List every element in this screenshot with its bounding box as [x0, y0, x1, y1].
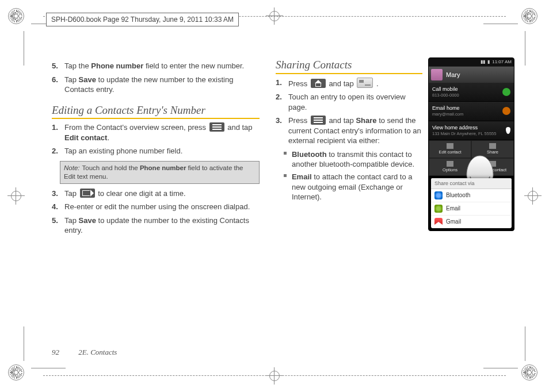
page-number: 92: [52, 348, 59, 356]
step-item: 5.Tap Save to update the number to the e…: [62, 216, 260, 236]
step-item: 2.Tap an existing phone number field.: [62, 146, 260, 156]
sharing-steps: 1.Press and tap . 2.Touch an entry to op…: [276, 78, 422, 146]
contact-name: Mary: [446, 71, 460, 79]
map-pin-icon: [506, 127, 510, 134]
continued-steps: 5.Tap the Phone number field to enter th…: [52, 61, 260, 95]
contacts-app-icon: [357, 78, 373, 88]
sub-item: Bluetooth to transmit this contact to an…: [286, 149, 422, 170]
section-label: 2E. Contacts: [78, 348, 117, 356]
editing-steps-after: 3.Tap to clear one digit at a time. 4.Re…: [52, 189, 260, 236]
popup-item: Email: [431, 202, 512, 216]
crop-mark-tr: [521, 8, 541, 28]
page-footer: 92 2E. Contacts: [52, 347, 117, 358]
step-item: 2.Touch an entry to open its overview pa…: [286, 92, 422, 112]
bluetooth-icon: [434, 191, 443, 199]
phone-row: View home address133 Main Dr Anywhere, F…: [429, 121, 514, 140]
register-top: [266, 7, 283, 25]
phone-row: Call mobile813-000-0000: [429, 83, 514, 102]
home-key-icon: [311, 79, 326, 88]
battery-icon: ▮: [487, 59, 490, 66]
phone-screenshot: ▮▮ ▮ 11:07 AM Mary Call mobile813-000-00…: [428, 57, 514, 231]
menu-key-icon: [209, 122, 224, 132]
heading-sharing-contacts: Sharing Contacts: [276, 57, 422, 74]
crop-mark-bl: [8, 364, 28, 384]
register-bottom: [266, 367, 283, 385]
note-box: Note:Touch and hold the Phone number fie…: [60, 161, 260, 184]
call-icon: [502, 88, 510, 96]
step-item: 5.Tap the Phone number field to enter th…: [62, 61, 260, 71]
crop-mark-tl: [8, 8, 28, 28]
sharing-sub-list: Bluetooth to transmit this contact to an…: [276, 149, 422, 202]
phone-time: 11:07 AM: [492, 59, 512, 66]
sub-item: Email to attach the contact card to a ne…: [286, 172, 422, 202]
menu-edit: Edit contact: [429, 140, 471, 158]
heading-editing-number: Editing a Contacts Entry's Number: [52, 103, 260, 120]
step-item: 6.Tap Save to update the new number to t…: [62, 75, 260, 95]
edit-icon: [447, 143, 453, 149]
step-item: 3.Tap to clear one digit at a time.: [62, 189, 260, 199]
avatar-icon: [431, 69, 443, 80]
backspace-icon: [80, 189, 95, 198]
step-item: 3.Press and tap Share to send the curren…: [286, 116, 422, 146]
popup-title: Share contact via: [431, 178, 512, 189]
running-header: SPH-D600.book Page 92 Thursday, June 9, …: [46, 13, 239, 26]
email-app-icon: [434, 205, 443, 213]
step-item: 4.Re-enter or edit the number using the …: [62, 202, 260, 212]
email-icon: [502, 107, 510, 115]
menu-options: Options: [429, 158, 471, 176]
share-icon: [489, 143, 496, 149]
signal-icon: ▮▮: [481, 59, 485, 66]
note-label: Note:: [64, 164, 80, 171]
editing-steps: 1.From the Contact's overview screen, pr…: [52, 122, 260, 156]
phone-row: Email homemary@mail.com: [429, 102, 514, 121]
share-popup: Share contact via Bluetooth Email Gmail: [431, 178, 512, 228]
contact-header: Mary: [429, 67, 514, 83]
phone-statusbar: ▮▮ ▮ 11:07 AM: [429, 58, 514, 67]
step-item: 1.Press and tap .: [286, 78, 422, 89]
popup-item: Bluetooth: [431, 189, 512, 202]
menu-key-icon: [311, 116, 326, 125]
crop-mark-br: [521, 364, 541, 384]
register-right: [524, 187, 542, 205]
options-icon: [447, 161, 453, 167]
gmail-icon: [434, 218, 443, 226]
popup-item: Gmail: [431, 216, 512, 228]
step-item: 1.From the Contact's overview screen, pr…: [62, 122, 260, 143]
register-left: [7, 187, 25, 205]
